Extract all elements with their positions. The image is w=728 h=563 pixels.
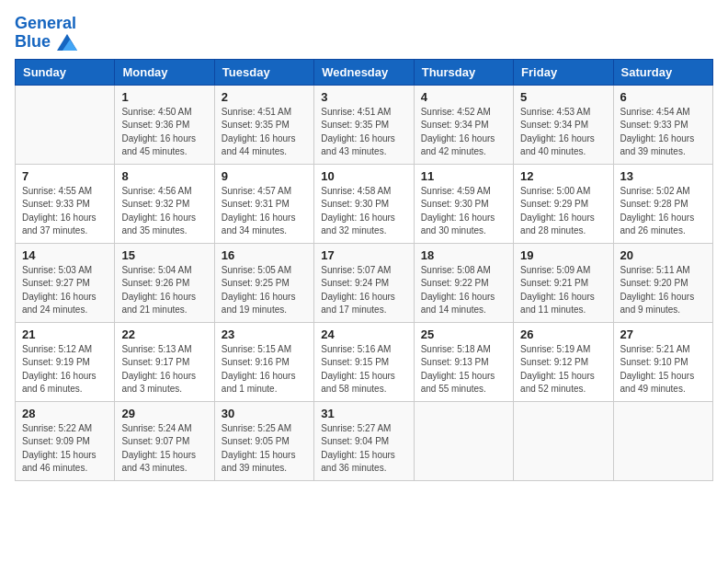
day-info: Sunrise: 5:00 AM Sunset: 9:29 PM Dayligh… [520, 185, 606, 238]
calendar-cell: 10Sunrise: 4:58 AM Sunset: 9:30 PM Dayli… [314, 164, 414, 243]
day-number: 15 [121, 248, 207, 262]
calendar-cell: 18Sunrise: 5:08 AM Sunset: 9:22 PM Dayli… [414, 243, 513, 322]
day-info: Sunrise: 5:07 AM Sunset: 9:24 PM Dayligh… [321, 264, 406, 317]
calendar-week-row: 14Sunrise: 5:03 AM Sunset: 9:27 PM Dayli… [16, 243, 713, 322]
day-number: 24 [321, 327, 406, 341]
calendar-cell: 20Sunrise: 5:11 AM Sunset: 9:20 PM Dayli… [613, 243, 712, 322]
calendar-week-row: 28Sunrise: 5:22 AM Sunset: 9:09 PM Dayli… [16, 401, 713, 480]
day-number: 29 [121, 407, 207, 420]
day-info: Sunrise: 5:15 AM Sunset: 9:16 PM Dayligh… [222, 343, 307, 396]
logo-blue: Blue [15, 32, 51, 51]
day-info: Sunrise: 5:22 AM Sunset: 9:09 PM Dayligh… [22, 422, 108, 476]
day-info: Sunrise: 5:04 AM Sunset: 9:26 PM Dayligh… [121, 264, 207, 317]
page-header: General Blue [15, 15, 713, 52]
day-number: 20 [620, 248, 706, 262]
calendar-cell: 3Sunrise: 4:51 AM Sunset: 9:35 PM Daylig… [314, 85, 414, 164]
calendar-cell: 17Sunrise: 5:07 AM Sunset: 9:24 PM Dayli… [314, 243, 414, 322]
day-info: Sunrise: 5:05 AM Sunset: 9:25 PM Dayligh… [222, 264, 307, 317]
calendar-cell: 26Sunrise: 5:19 AM Sunset: 9:12 PM Dayli… [514, 322, 613, 401]
day-info: Sunrise: 5:27 AM Sunset: 9:04 PM Dayligh… [321, 422, 406, 476]
calendar-cell: 27Sunrise: 5:21 AM Sunset: 9:10 PM Dayli… [613, 322, 712, 401]
calendar-cell: 4Sunrise: 4:52 AM Sunset: 9:34 PM Daylig… [414, 85, 513, 164]
day-info: Sunrise: 4:51 AM Sunset: 9:35 PM Dayligh… [321, 106, 406, 159]
day-info: Sunrise: 5:03 AM Sunset: 9:27 PM Dayligh… [22, 264, 108, 317]
day-number: 30 [222, 407, 307, 420]
calendar-cell: 25Sunrise: 5:18 AM Sunset: 9:13 PM Dayli… [414, 322, 513, 401]
calendar-cell: 13Sunrise: 5:02 AM Sunset: 9:28 PM Dayli… [613, 164, 712, 243]
day-info: Sunrise: 4:53 AM Sunset: 9:34 PM Dayligh… [520, 106, 606, 159]
calendar-week-row: 7Sunrise: 4:55 AM Sunset: 9:33 PM Daylig… [16, 164, 713, 243]
day-number: 8 [121, 169, 207, 183]
calendar-cell: 21Sunrise: 5:12 AM Sunset: 9:19 PM Dayli… [16, 322, 115, 401]
day-number: 16 [222, 248, 307, 262]
calendar-cell: 19Sunrise: 5:09 AM Sunset: 9:21 PM Dayli… [514, 243, 613, 322]
day-number: 9 [222, 169, 307, 183]
calendar-cell: 31Sunrise: 5:27 AM Sunset: 9:04 PM Dayli… [314, 401, 414, 480]
day-number: 17 [321, 248, 406, 262]
calendar-cell: 1Sunrise: 4:50 AM Sunset: 9:36 PM Daylig… [115, 85, 214, 164]
calendar-cell: 8Sunrise: 4:56 AM Sunset: 9:32 PM Daylig… [115, 164, 214, 243]
logo-icon [57, 34, 77, 51]
logo-general: General [15, 14, 76, 32]
calendar-week-row: 21Sunrise: 5:12 AM Sunset: 9:19 PM Dayli… [16, 322, 713, 401]
calendar-cell: 24Sunrise: 5:16 AM Sunset: 9:15 PM Dayli… [314, 322, 414, 401]
day-info: Sunrise: 4:55 AM Sunset: 9:33 PM Dayligh… [22, 185, 108, 238]
calendar-cell: 29Sunrise: 5:24 AM Sunset: 9:07 PM Dayli… [115, 401, 214, 480]
day-info: Sunrise: 4:57 AM Sunset: 9:31 PM Dayligh… [222, 185, 307, 238]
day-number: 5 [520, 90, 606, 104]
calendar-cell: 30Sunrise: 5:25 AM Sunset: 9:05 PM Dayli… [214, 401, 313, 480]
calendar-cell: 5Sunrise: 4:53 AM Sunset: 9:34 PM Daylig… [514, 85, 613, 164]
calendar-cell: 2Sunrise: 4:51 AM Sunset: 9:35 PM Daylig… [214, 85, 313, 164]
calendar-cell [613, 401, 712, 480]
day-info: Sunrise: 5:09 AM Sunset: 9:21 PM Dayligh… [520, 264, 606, 317]
day-number: 13 [620, 169, 706, 183]
day-number: 21 [22, 327, 108, 341]
day-number: 26 [520, 327, 606, 341]
calendar-cell [514, 401, 613, 480]
day-number: 25 [421, 327, 506, 341]
day-number: 3 [321, 90, 406, 104]
calendar-header-row: SundayMondayTuesdayWednesdayThursdayFrid… [16, 59, 713, 85]
day-info: Sunrise: 5:13 AM Sunset: 9:17 PM Dayligh… [121, 343, 207, 396]
day-number: 7 [22, 169, 108, 183]
logo: General Blue [15, 15, 77, 52]
calendar-cell: 7Sunrise: 4:55 AM Sunset: 9:33 PM Daylig… [16, 164, 115, 243]
day-info: Sunrise: 5:11 AM Sunset: 9:20 PM Dayligh… [620, 264, 706, 317]
day-number: 2 [222, 90, 307, 104]
day-number: 27 [620, 327, 706, 341]
day-number: 14 [22, 248, 108, 262]
day-number: 4 [421, 90, 506, 104]
day-number: 1 [121, 90, 207, 104]
day-number: 23 [222, 327, 307, 341]
day-number: 11 [421, 169, 506, 183]
calendar-cell: 23Sunrise: 5:15 AM Sunset: 9:16 PM Dayli… [214, 322, 313, 401]
day-info: Sunrise: 5:21 AM Sunset: 9:10 PM Dayligh… [620, 343, 706, 396]
day-number: 22 [121, 327, 207, 341]
day-info: Sunrise: 4:58 AM Sunset: 9:30 PM Dayligh… [321, 185, 406, 238]
calendar-cell: 14Sunrise: 5:03 AM Sunset: 9:27 PM Dayli… [16, 243, 115, 322]
calendar-cell: 12Sunrise: 5:00 AM Sunset: 9:29 PM Dayli… [514, 164, 613, 243]
day-info: Sunrise: 5:25 AM Sunset: 9:05 PM Dayligh… [222, 422, 307, 476]
header-friday: Friday [514, 59, 613, 85]
calendar-cell: 6Sunrise: 4:54 AM Sunset: 9:33 PM Daylig… [613, 85, 712, 164]
header-saturday: Saturday [613, 59, 712, 85]
day-info: Sunrise: 5:18 AM Sunset: 9:13 PM Dayligh… [421, 343, 506, 396]
day-info: Sunrise: 5:02 AM Sunset: 9:28 PM Dayligh… [620, 185, 706, 238]
header-sunday: Sunday [16, 59, 115, 85]
header-monday: Monday [115, 59, 214, 85]
calendar-cell: 16Sunrise: 5:05 AM Sunset: 9:25 PM Dayli… [214, 243, 313, 322]
day-info: Sunrise: 5:08 AM Sunset: 9:22 PM Dayligh… [421, 264, 506, 317]
day-info: Sunrise: 5:12 AM Sunset: 9:19 PM Dayligh… [22, 343, 108, 396]
day-info: Sunrise: 4:59 AM Sunset: 9:30 PM Dayligh… [421, 185, 506, 238]
calendar-cell [16, 85, 115, 164]
day-number: 12 [520, 169, 606, 183]
day-info: Sunrise: 5:24 AM Sunset: 9:07 PM Dayligh… [121, 422, 207, 476]
day-number: 19 [520, 248, 606, 262]
header-wednesday: Wednesday [314, 59, 414, 85]
calendar-table: SundayMondayTuesdayWednesdayThursdayFrid… [15, 59, 713, 481]
calendar-cell: 28Sunrise: 5:22 AM Sunset: 9:09 PM Dayli… [16, 401, 115, 480]
calendar-cell [414, 401, 513, 480]
day-info: Sunrise: 4:50 AM Sunset: 9:36 PM Dayligh… [121, 106, 207, 159]
day-info: Sunrise: 4:51 AM Sunset: 9:35 PM Dayligh… [222, 106, 307, 159]
calendar-cell: 11Sunrise: 4:59 AM Sunset: 9:30 PM Dayli… [414, 164, 513, 243]
